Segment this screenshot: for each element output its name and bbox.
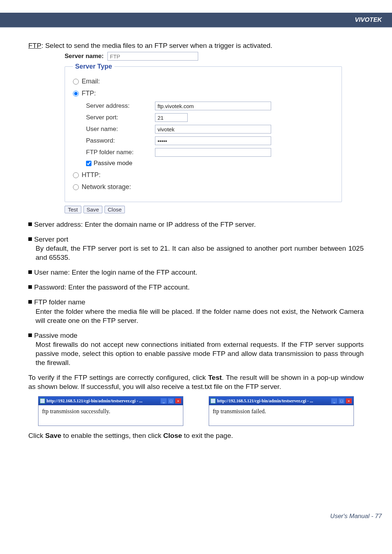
bullet-icon bbox=[28, 285, 32, 289]
popup-failed-body: ftp transmission failed. bbox=[209, 405, 354, 426]
bullet-icon bbox=[28, 270, 32, 274]
server-address-input[interactable] bbox=[155, 102, 271, 110]
radio-http[interactable] bbox=[73, 172, 79, 178]
radio-ftp-label: FTP: bbox=[82, 90, 96, 97]
passive-mode-label: Passive mode bbox=[94, 160, 132, 167]
bullet-icon bbox=[28, 222, 32, 226]
radio-http-label: HTTP: bbox=[82, 171, 101, 179]
bullet-password: Password: Enter the password of the FTP … bbox=[34, 283, 189, 291]
server-type-legend: Server Type bbox=[73, 63, 114, 70]
screenshot-form-area: Server name: Server Type Email: FTP: Ser… bbox=[65, 52, 342, 213]
radio-ftp[interactable] bbox=[73, 91, 79, 97]
radio-ns-label: Network storage: bbox=[82, 183, 131, 191]
header-divider bbox=[0, 27, 392, 28]
test-bold: Test bbox=[208, 374, 222, 381]
server-port-input[interactable] bbox=[155, 113, 188, 122]
server-port-label: Server port: bbox=[86, 114, 155, 121]
server-name-input[interactable] bbox=[107, 52, 198, 61]
bullet-folder-body: Enter the folder where the media file wi… bbox=[36, 307, 364, 325]
popup-title: http://192.168.5.121/cgi-bin/admin/tests… bbox=[217, 398, 330, 404]
passive-mode-checkbox[interactable] bbox=[86, 161, 91, 166]
user-name-input[interactable] bbox=[155, 125, 271, 134]
bullet-icon bbox=[28, 300, 32, 304]
ie-icon bbox=[40, 398, 45, 403]
save-bold: Save bbox=[45, 432, 61, 439]
maximize-icon[interactable]: □ bbox=[168, 398, 174, 404]
radio-email-label: Email: bbox=[82, 78, 100, 85]
page-footer: User's Manual - 77 bbox=[0, 513, 392, 527]
ftp-settings-block: Server address: Server port: User name: … bbox=[86, 102, 334, 167]
radio-email[interactable] bbox=[73, 79, 79, 85]
popup-failed: http://192.168.5.121/cgi-bin/admin/tests… bbox=[209, 396, 354, 426]
bullet-passive-body: Most firewalls do not accept new connect… bbox=[36, 340, 364, 367]
close-button[interactable]: Close bbox=[105, 206, 125, 213]
bullet-folder-title: FTP folder name bbox=[34, 298, 85, 306]
ftp-folder-label: FTP folder name: bbox=[86, 149, 155, 156]
popup-success-body: ftp transmission successfully. bbox=[38, 405, 183, 426]
test-button[interactable]: Test bbox=[65, 206, 81, 213]
popup-success: http://192.168.5.121/cgi-bin/admin/tests… bbox=[38, 396, 183, 426]
password-input[interactable] bbox=[155, 136, 271, 145]
server-name-label: Server name: bbox=[65, 53, 104, 60]
radio-network-storage[interactable] bbox=[73, 184, 79, 190]
close-icon[interactable]: × bbox=[175, 398, 181, 404]
verify-paragraph: To verify if the FTP settings are correc… bbox=[28, 373, 364, 391]
bullet-server-port-body: By default, the FTP server port is set t… bbox=[36, 244, 364, 262]
intro-paragraph: FTP: Select to send the media files to a… bbox=[28, 42, 364, 50]
server-type-fieldset: Server Type Email: FTP: Server address: … bbox=[65, 63, 342, 202]
bullet-server-port-title: Server port bbox=[34, 235, 68, 243]
footer-text: User's Manual - 77 bbox=[330, 513, 382, 520]
description-list: Server address: Enter the domain name or… bbox=[28, 220, 364, 367]
server-address-label: Server address: bbox=[86, 102, 155, 110]
bullet-server-address: Server address: Enter the domain name or… bbox=[34, 221, 256, 228]
intro-prefix: FTP bbox=[28, 42, 41, 49]
minimize-icon[interactable]: _ bbox=[160, 398, 167, 404]
ie-icon bbox=[211, 398, 216, 403]
maximize-icon[interactable]: □ bbox=[338, 398, 345, 404]
closing-paragraph: Click Save to enable the settings, then … bbox=[28, 431, 364, 440]
bullet-passive-title: Passive mode bbox=[34, 332, 77, 339]
intro-text: : Select to send the media files to an F… bbox=[41, 42, 272, 49]
bullet-icon bbox=[28, 237, 32, 241]
popup-title: http://192.168.5.121/cgi-bin/admin/tests… bbox=[46, 398, 159, 404]
close-bold: Close bbox=[163, 432, 182, 439]
brand-text: VIVOTEK bbox=[355, 16, 382, 24]
user-name-label: User name: bbox=[86, 126, 155, 133]
ftp-folder-input[interactable] bbox=[155, 148, 271, 157]
minimize-icon[interactable]: _ bbox=[331, 398, 338, 404]
bullet-icon bbox=[28, 333, 32, 337]
page-header: VIVOTEK bbox=[0, 13, 392, 27]
password-label: Password: bbox=[86, 137, 155, 144]
bullet-user-name: User name: Enter the login name of the F… bbox=[34, 268, 197, 276]
close-icon[interactable]: × bbox=[346, 398, 352, 404]
save-button[interactable]: Save bbox=[83, 206, 102, 213]
